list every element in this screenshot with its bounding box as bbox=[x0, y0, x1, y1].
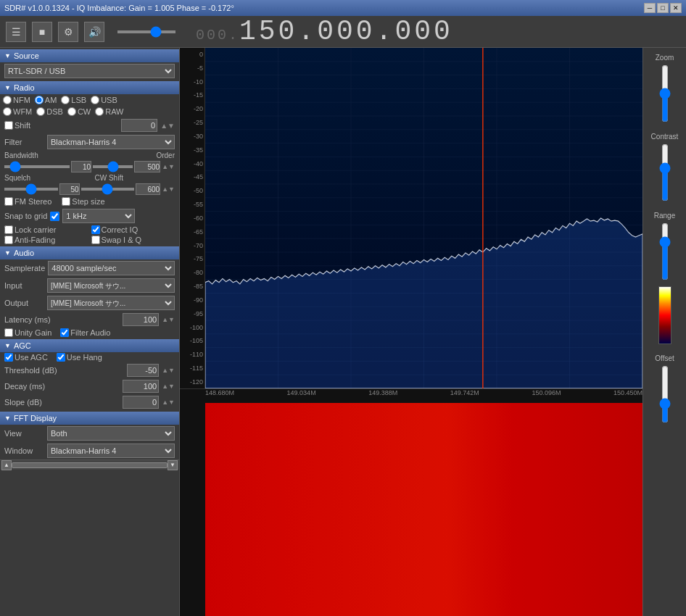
filter-audio-label: Filter Audio bbox=[70, 328, 110, 337]
squelch-cwshift-row: ▲▼ bbox=[0, 183, 179, 196]
range-slider[interactable] bbox=[658, 222, 671, 280]
menu-icon[interactable]: ☰ bbox=[6, 22, 26, 42]
filter-audio-checkbox[interactable] bbox=[60, 328, 69, 337]
volume-slider[interactable] bbox=[117, 30, 175, 33]
raw-radio[interactable] bbox=[95, 107, 104, 116]
slope-label: Slope (dB) bbox=[4, 398, 44, 407]
scroll-up-btn[interactable]: ▲ bbox=[1, 460, 12, 470]
y-label-90: -90 bbox=[181, 296, 203, 304]
order-slider[interactable] bbox=[93, 165, 133, 168]
maximize-button[interactable]: □ bbox=[657, 3, 669, 13]
cwshift-slider[interactable] bbox=[81, 188, 135, 191]
order-input[interactable] bbox=[134, 161, 160, 172]
spectrum-svg bbox=[205, 48, 642, 388]
y-label-110: -110 bbox=[181, 351, 203, 358]
audio-icon[interactable]: 🔊 bbox=[84, 22, 104, 42]
snap-checkbox[interactable] bbox=[50, 212, 59, 221]
use-hang-checkbox[interactable] bbox=[57, 353, 65, 362]
close-button[interactable]: ✕ bbox=[670, 3, 682, 13]
toolbar: ☰ ■ ⚙ 🔊 000. 150.000.000 bbox=[0, 16, 686, 48]
y-label-45: -45 bbox=[181, 173, 203, 180]
radio-label: Radio bbox=[14, 83, 35, 92]
y-label-100: -100 bbox=[181, 324, 203, 331]
anti-fading-checkbox[interactable] bbox=[4, 236, 13, 244]
latency-input[interactable] bbox=[123, 313, 159, 326]
squelch-slider[interactable] bbox=[4, 188, 58, 191]
dsb-radio[interactable] bbox=[36, 107, 45, 116]
use-hang-label: Use Hang bbox=[67, 353, 102, 362]
use-agc-checkbox[interactable] bbox=[4, 353, 13, 362]
y-label-70: -70 bbox=[181, 242, 203, 249]
freq-large: 150.000.000 bbox=[239, 16, 453, 47]
samplerate-row: Samplerate 48000 sample/sec 96000 sample… bbox=[0, 259, 179, 277]
y-label-85: -85 bbox=[181, 283, 203, 290]
filter-select[interactable]: Blackman-Harris 4 Hamming Hann bbox=[47, 135, 175, 149]
audio-section-header[interactable]: ▼ Audio bbox=[0, 246, 179, 259]
x-axis: 148.680M 149.034M 149.388M 149.742M 150.… bbox=[180, 388, 642, 403]
y-label-80: -80 bbox=[181, 269, 203, 276]
scroll-down-btn[interactable]: ▼ bbox=[168, 460, 178, 470]
wfm-radio[interactable] bbox=[3, 107, 12, 116]
bandwidth-slider[interactable] bbox=[4, 165, 70, 168]
input-select[interactable]: [MME] Microsoft サウ... bbox=[47, 278, 175, 293]
settings-icon[interactable]: ⚙ bbox=[58, 22, 78, 42]
source-section-header[interactable]: ▼ Source bbox=[0, 49, 179, 62]
fmstereo-checkbox[interactable] bbox=[4, 197, 13, 206]
stop-icon[interactable]: ■ bbox=[32, 22, 52, 42]
slope-row: Slope (dB) ▲▼ bbox=[0, 394, 179, 410]
shift-checkbox[interactable] bbox=[4, 121, 13, 130]
snap-select[interactable]: 1 kHz 5 kHz 10 kHz bbox=[62, 209, 135, 223]
shift-row: Shift ▲▼ bbox=[0, 117, 179, 133]
y-label-0: 0 bbox=[181, 51, 203, 58]
squelch-input[interactable] bbox=[59, 183, 80, 195]
am-radio[interactable] bbox=[35, 96, 44, 104]
minimize-button[interactable]: ─ bbox=[644, 3, 656, 13]
unity-gain-label: Unity Gain bbox=[15, 328, 51, 337]
decay-input[interactable] bbox=[123, 380, 159, 393]
agc-options-row: Use AGC Use Hang bbox=[0, 352, 179, 362]
right-panel: Zoom Contrast Range Offset bbox=[642, 48, 686, 616]
cw-radio[interactable] bbox=[67, 107, 76, 116]
lsb-radio[interactable] bbox=[61, 96, 70, 104]
left-panel-scrollbar[interactable]: ▲ ▼ bbox=[0, 459, 179, 470]
squelch-label: Squelch bbox=[4, 174, 85, 182]
agc-section-header[interactable]: ▼ AGC bbox=[0, 339, 179, 352]
volume-area bbox=[117, 30, 175, 33]
audio-arrow-icon: ▼ bbox=[4, 249, 11, 257]
y-label-30: -30 bbox=[181, 133, 203, 140]
fmstereo-stepsize-row: FM Stereo Step size bbox=[0, 196, 179, 207]
offset-slider[interactable] bbox=[658, 365, 671, 423]
decay-label: Decay (ms) bbox=[4, 382, 45, 391]
view-select[interactable]: Both Spectrum Waterfall bbox=[47, 426, 175, 441]
source-device-select[interactable]: RTL-SDR / USB Audio Device File bbox=[4, 64, 175, 78]
swap-iq-checkbox[interactable] bbox=[91, 236, 100, 244]
usb-radio[interactable] bbox=[91, 96, 99, 104]
samplerate-select[interactable]: 48000 sample/sec 96000 sample/sec bbox=[48, 261, 175, 275]
output-select[interactable]: [MME] Microsoft サウ... bbox=[47, 296, 175, 310]
window-select[interactable]: Blackman-Harris 4 Hamming Hann bbox=[47, 444, 175, 458]
zoom-slider[interactable] bbox=[658, 64, 671, 122]
radio-section-header[interactable]: ▼ Radio bbox=[0, 81, 179, 94]
y-label-105: -105 bbox=[181, 337, 203, 344]
bandwidth-input[interactable] bbox=[71, 161, 91, 172]
order-label: Order bbox=[156, 151, 175, 159]
lock-carrier-checkbox[interactable] bbox=[4, 225, 13, 234]
correct-iq-checkbox[interactable] bbox=[91, 225, 100, 234]
y-label-75: -75 bbox=[181, 255, 203, 262]
shift-input[interactable] bbox=[121, 119, 157, 132]
fft-section-header[interactable]: ▼ FFT Display bbox=[0, 412, 179, 425]
contrast-slider[interactable] bbox=[658, 143, 671, 201]
unity-gain-checkbox[interactable] bbox=[4, 328, 13, 337]
samplerate-label: Samplerate bbox=[4, 264, 45, 272]
main-area: ▼ Source RTL-SDR / USB Audio Device File… bbox=[0, 48, 686, 616]
slope-input[interactable] bbox=[123, 396, 159, 409]
y-label-60: -60 bbox=[181, 215, 203, 222]
range-label: Range bbox=[654, 212, 675, 220]
threshold-input[interactable] bbox=[127, 364, 159, 377]
nfm-radio[interactable] bbox=[3, 96, 12, 104]
cwshift-input[interactable] bbox=[136, 183, 160, 195]
input-row: Input [MME] Microsoft サウ... bbox=[0, 277, 179, 294]
stepsize-label: Step size bbox=[72, 197, 104, 206]
decay-row: Decay (ms) ▲▼ bbox=[0, 378, 179, 394]
stepsize-checkbox[interactable] bbox=[62, 197, 70, 206]
